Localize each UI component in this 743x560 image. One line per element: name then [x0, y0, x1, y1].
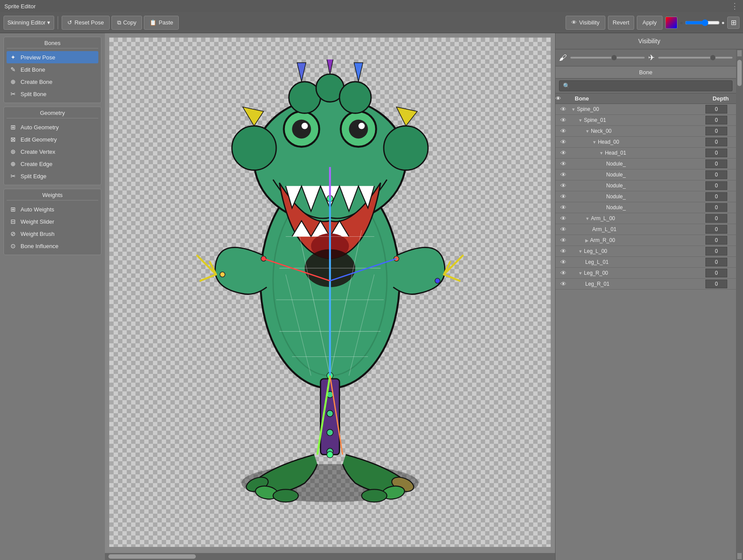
depth-spine00[interactable] — [705, 105, 727, 114]
preview-pose-button[interactable]: ✦ Preview Pose — [7, 51, 98, 63]
bone-row-arml00[interactable]: 👁 ▼Arm_L_00 — [556, 213, 736, 224]
expand-icon-neck00[interactable]: ▼ — [585, 129, 590, 134]
bone-row-legl00[interactable]: 👁 ▼Leg_L_00 — [556, 246, 736, 257]
expand-icon-legr00[interactable]: ▼ — [578, 271, 583, 276]
auto-weights-button[interactable]: ⊞ Auto Weights — [7, 203, 98, 215]
depth-neck00[interactable] — [705, 127, 727, 135]
bone-influence-button[interactable]: ⊙ Bone Influence — [7, 240, 98, 252]
title-bar-menu[interactable]: ⋮ — [731, 1, 739, 11]
depth-nodule1[interactable] — [705, 159, 727, 168]
svg-point-40 — [273, 489, 299, 502]
right-panel-scrollbar[interactable] — [736, 49, 743, 560]
eye-toggle-legl00[interactable]: 👁 — [560, 248, 566, 255]
bone-row-nodule4[interactable]: 👁 Nodule_ — [556, 191, 736, 202]
vis-slider-thumb-left[interactable] — [611, 55, 617, 60]
expand-icon-legl00[interactable]: ▼ — [578, 249, 583, 254]
expand-icon-spine01[interactable]: ▼ — [578, 118, 583, 123]
depth-arml01[interactable] — [705, 225, 727, 234]
bone-row-nodule5[interactable]: 👁 Nodule_ — [556, 202, 736, 213]
depth-armr00[interactable] — [705, 236, 727, 245]
eye-toggle-armr00[interactable]: 👁 — [560, 237, 566, 244]
depth-head01[interactable] — [705, 149, 727, 157]
expand-icon-armr00[interactable]: ▶ — [585, 238, 589, 243]
skinning-editor-dropdown[interactable]: Skinning Editor ▾ — [3, 16, 54, 30]
scroll-down-arrow[interactable] — [737, 553, 742, 559]
eye-toggle-head00[interactable]: 👁 — [560, 138, 566, 145]
eye-toggle-spine01[interactable]: 👁 — [560, 117, 566, 124]
eye-toggle-arml01[interactable]: 👁 — [560, 226, 566, 233]
split-edge-button[interactable]: ✂ Split Edge — [7, 170, 98, 182]
depth-spine01[interactable] — [705, 116, 727, 124]
edit-bone-button[interactable]: ✎ Edit Bone — [7, 63, 98, 76]
depth-nodule5[interactable] — [705, 203, 727, 212]
scroll-up-arrow[interactable] — [737, 50, 742, 56]
horizontal-scrollbar[interactable] — [105, 553, 555, 560]
expand-icon-arml00[interactable]: ▼ — [585, 216, 590, 221]
bone-row-nodule3[interactable]: 👁 Nodule_ — [556, 180, 736, 191]
depth-head00[interactable] — [705, 138, 727, 146]
eye-toggle-nodule5[interactable]: 👁 — [560, 204, 566, 211]
bone-row-head01[interactable]: 👁 ▼Head_01 — [556, 148, 736, 159]
arrow-icon[interactable]: ✈ — [648, 53, 655, 62]
bone-row-head00[interactable]: 👁 ▼Head_00 — [556, 137, 736, 148]
eye-toggle-spine00[interactable]: 👁 — [560, 106, 566, 113]
revert-button[interactable]: Revert — [608, 16, 634, 30]
expand-icon-spine00[interactable]: ▼ — [571, 107, 576, 112]
bone-tab[interactable]: Bone — [556, 66, 736, 79]
weight-slider-button[interactable]: ⊟ Weight Slider — [7, 215, 98, 228]
visibility-button[interactable]: 👁 Visibility — [566, 16, 605, 30]
depth-legl00[interactable] — [705, 247, 727, 256]
reset-pose-button[interactable]: ↺ Reset Pose — [62, 16, 109, 30]
canvas-viewport[interactable] — [105, 33, 555, 560]
create-vertex-button[interactable]: ⊛ Create Vertex — [7, 145, 98, 158]
eye-toggle-head01[interactable]: 👁 — [560, 149, 566, 156]
expand-icon-head00[interactable]: ▼ — [592, 140, 597, 145]
depth-nodule2[interactable] — [705, 170, 727, 179]
depth-legr01[interactable] — [705, 280, 727, 288]
eye-toggle-legr01[interactable]: 👁 — [560, 280, 566, 287]
visibility-slider-left[interactable] — [570, 57, 645, 59]
bone-row-legr00[interactable]: 👁 ▼Leg_R_00 — [556, 268, 736, 279]
bone-row-legr01[interactable]: 👁 Leg_R_01 — [556, 279, 736, 290]
expand-icon-head01[interactable]: ▼ — [599, 151, 604, 156]
split-bone-button[interactable]: ✂ Split Bone — [7, 88, 98, 100]
create-edge-button[interactable]: ⊕ Create Edge — [7, 158, 98, 170]
bone-row-legl01[interactable]: 👁 Leg_L_01 — [556, 257, 736, 268]
bone-row-armr00[interactable]: 👁 ▶Arm_R_00 — [556, 235, 736, 246]
weight-brush-button[interactable]: ⊘ Weight Brush — [7, 228, 98, 240]
depth-nodule4[interactable] — [705, 192, 727, 201]
copy-button[interactable]: ⧉ Copy — [111, 16, 142, 30]
eye-toggle-nodule1[interactable]: 👁 — [560, 160, 566, 167]
brush-icon[interactable]: 🖌 — [559, 53, 567, 62]
eye-toggle-nodule4[interactable]: 👁 — [560, 193, 566, 200]
bone-row-arml01[interactable]: 👁 Arm_L_01 — [556, 224, 736, 235]
grid-toggle-button[interactable]: ⊞ — [727, 17, 740, 29]
eye-toggle-legl01[interactable]: 👁 — [560, 259, 566, 266]
eye-toggle-nodule3[interactable]: 👁 — [560, 182, 566, 189]
bone-row-nodule2[interactable]: 👁 Nodule_ — [556, 169, 736, 180]
depth-legl01[interactable] — [705, 258, 727, 266]
bone-search-input[interactable] — [559, 80, 733, 91]
create-bone-button[interactable]: ⊕ Create Bone — [7, 76, 98, 88]
apply-button[interactable]: Apply — [637, 16, 663, 30]
bone-row-neck00[interactable]: 👁 ▼Neck_00 — [556, 126, 736, 137]
auto-geometry-button[interactable]: ⊞ Auto Geometry — [7, 121, 98, 133]
bone-row-nodule1[interactable]: 👁 Nodule_ — [556, 159, 736, 169]
paste-button[interactable]: 📋 Paste — [144, 16, 179, 30]
eye-toggle-neck00[interactable]: 👁 — [560, 128, 566, 135]
bone-row-spine01[interactable]: 👁 ▼Spine_01 — [556, 115, 736, 126]
depth-nodule3[interactable] — [705, 181, 727, 190]
scrollbar-thumb[interactable] — [737, 60, 742, 86]
edit-geometry-button[interactable]: ⊠ Edit Geometry — [7, 133, 98, 145]
depth-legr00[interactable] — [705, 269, 727, 277]
visibility-slider-right[interactable] — [658, 57, 733, 59]
eye-toggle-arml00[interactable]: 👁 — [560, 215, 566, 222]
bone-row-spine00[interactable]: 👁 ▼Spine_00 — [556, 104, 736, 115]
brightness-slider[interactable] — [685, 19, 720, 26]
depth-arml00[interactable] — [705, 214, 727, 223]
vis-slider-thumb-right[interactable] — [710, 55, 715, 60]
scrollbar-thumb[interactable] — [108, 554, 196, 559]
color-swatch[interactable] — [665, 17, 677, 29]
eye-toggle-legr00[interactable]: 👁 — [560, 270, 566, 277]
eye-toggle-nodule2[interactable]: 👁 — [560, 171, 566, 178]
